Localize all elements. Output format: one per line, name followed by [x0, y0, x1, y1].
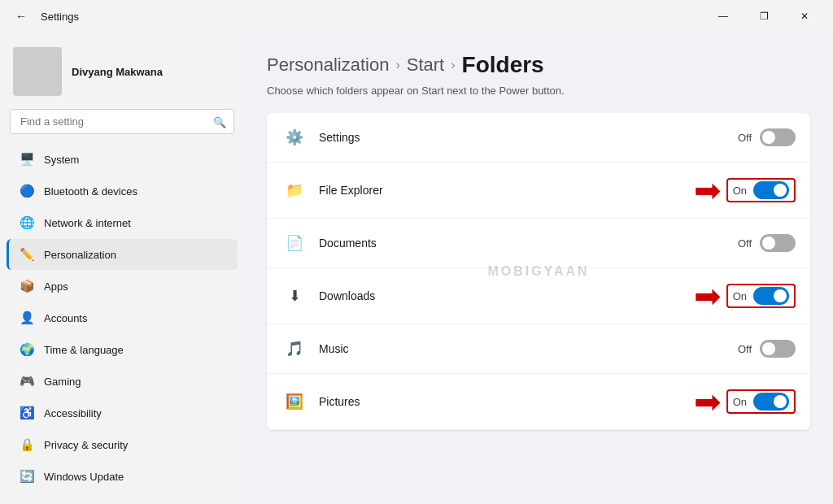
downloads-arrow: ➡: [694, 280, 722, 312]
downloads-highlight: ➡On: [694, 280, 796, 312]
sidebar-item-label-network: Network & internet: [44, 217, 131, 229]
search-box: 🔍: [10, 109, 234, 134]
sidebar-item-personalization[interactable]: ✏️Personalization: [7, 239, 238, 270]
downloads-toggle-box: On: [726, 284, 796, 308]
search-input[interactable]: [10, 109, 234, 134]
search-icon: 🔍: [213, 115, 226, 128]
title-bar: ← Settings — ❐ ✕: [0, 0, 833, 33]
breadcrumb-sep-2: ›: [451, 58, 455, 72]
pictures-label: Pictures: [319, 395, 694, 408]
back-button[interactable]: ←: [10, 5, 33, 28]
main-content: Personalization › Start › Folders Choose…: [244, 33, 833, 504]
music-toggle-section: Off: [738, 340, 796, 358]
sidebar-item-system[interactable]: 🖥️System: [7, 144, 238, 175]
sidebar-item-gaming[interactable]: 🎮Gaming: [7, 366, 238, 397]
music-toggle[interactable]: [760, 340, 796, 358]
gaming-icon: 🎮: [20, 374, 34, 389]
user-name: Divyang Makwana: [72, 66, 163, 78]
documents-toggle[interactable]: [760, 234, 796, 252]
folder-item-downloads: ⬇Downloads➡On: [267, 268, 810, 324]
sidebar-item-label-system: System: [44, 154, 79, 166]
pictures-arrow: ➡: [694, 385, 722, 418]
page-title: Folders: [462, 52, 544, 78]
sidebar-item-apps[interactable]: 📦Apps: [7, 271, 238, 302]
breadcrumb: Personalization › Start › Folders: [267, 52, 810, 78]
music-label: Music: [319, 342, 738, 355]
breadcrumb-sep-1: ›: [395, 58, 399, 72]
folder-item-music: 🎵MusicOff: [267, 324, 810, 374]
settings-label: Settings: [319, 131, 738, 144]
sidebar-item-label-gaming: Gaming: [44, 376, 81, 388]
folder-item-file-explorer: 📁File Explorer➡On: [267, 163, 810, 219]
sidebar-item-label-time: Time & language: [44, 344, 124, 356]
title-bar-left: ← Settings: [10, 5, 79, 28]
nav-list: 🖥️System🔵Bluetooth & devices🌐Network & i…: [0, 144, 244, 492]
file-explorer-toggle-box: On: [726, 178, 796, 202]
downloads-label: Downloads: [319, 289, 694, 302]
pictures-toggle[interactable]: [753, 393, 789, 411]
music-toggle-label: Off: [738, 343, 752, 355]
downloads-toggle-label: On: [733, 290, 747, 302]
file-explorer-toggle-label: On: [733, 185, 747, 197]
personalization-icon: ✏️: [20, 247, 34, 262]
file-explorer-arrow: ➡: [694, 174, 722, 206]
windows-update-icon: 🔄: [20, 469, 34, 484]
maximize-button[interactable]: ❐: [745, 3, 783, 29]
settings-toggle-section: Off: [738, 128, 796, 146]
documents-toggle-label: Off: [738, 237, 752, 250]
avatar: [13, 47, 62, 96]
folder-item-documents: 📄DocumentsOff: [267, 219, 810, 268]
system-icon: 🖥️: [20, 152, 34, 167]
documents-icon: 📄: [281, 230, 307, 256]
sidebar-item-label-privacy: Privacy & security: [44, 439, 128, 451]
downloads-icon: ⬇: [281, 283, 307, 309]
breadcrumb-start[interactable]: Start: [407, 54, 444, 76]
network-icon: 🌐: [20, 215, 34, 230]
settings-toggle-label: Off: [738, 132, 752, 144]
pictures-toggle-label: On: [733, 396, 747, 408]
accounts-icon: 👤: [20, 311, 34, 325]
folder-item-pictures: 🖼️Pictures➡On: [267, 374, 810, 430]
pictures-icon: 🖼️: [281, 389, 307, 415]
sidebar-item-accessibility[interactable]: ♿Accessibility: [7, 398, 238, 428]
sidebar-item-label-personalization: Personalization: [44, 249, 116, 261]
documents-toggle-section: Off: [738, 234, 796, 252]
documents-label: Documents: [319, 237, 738, 250]
downloads-toggle[interactable]: [753, 287, 789, 305]
pictures-highlight: ➡On: [694, 385, 796, 418]
close-button[interactable]: ✕: [786, 3, 823, 29]
sidebar-item-network[interactable]: 🌐Network & internet: [7, 207, 238, 238]
sidebar-item-label-accessibility: Accessibility: [44, 407, 102, 419]
accessibility-icon: ♿: [20, 406, 34, 420]
settings-toggle[interactable]: [760, 128, 796, 146]
sidebar-item-windows-update[interactable]: 🔄Windows Update: [7, 461, 238, 492]
music-icon: 🎵: [281, 336, 307, 362]
pictures-toggle-box: On: [726, 389, 796, 414]
minimize-button[interactable]: —: [704, 3, 742, 29]
apps-icon: 📦: [20, 279, 34, 293]
sidebar: Divyang Makwana 🔍 🖥️System🔵Bluetooth & d…: [0, 33, 244, 504]
sidebar-item-privacy[interactable]: 🔒Privacy & security: [7, 429, 238, 460]
app-title: Settings: [41, 11, 79, 23]
folder-item-settings: ⚙️SettingsOff: [267, 113, 810, 163]
privacy-icon: 🔒: [20, 437, 34, 452]
file-explorer-icon: 📁: [281, 177, 307, 203]
sidebar-item-bluetooth[interactable]: 🔵Bluetooth & devices: [7, 176, 238, 206]
breadcrumb-personalization[interactable]: Personalization: [267, 54, 389, 76]
sidebar-item-label-accounts: Accounts: [44, 312, 87, 324]
user-section: Divyang Makwana: [0, 39, 244, 109]
folders-list: ⚙️SettingsOff📁File Explorer➡On📄Documents…: [267, 113, 810, 430]
time-icon: 🌍: [20, 342, 34, 357]
bluetooth-icon: 🔵: [20, 184, 34, 198]
sidebar-item-accounts[interactable]: 👤Accounts: [7, 302, 238, 333]
page-description: Choose which folders appear on Start nex…: [267, 85, 810, 97]
sidebar-item-time[interactable]: 🌍Time & language: [7, 334, 238, 365]
sidebar-item-label-windows-update: Windows Update: [44, 471, 124, 483]
file-explorer-label: File Explorer: [319, 184, 694, 197]
file-explorer-highlight: ➡On: [694, 174, 796, 206]
window-controls: — ❐ ✕: [704, 3, 823, 29]
settings-icon: ⚙️: [281, 124, 307, 150]
sidebar-item-label-apps: Apps: [44, 280, 68, 293]
file-explorer-toggle[interactable]: [753, 181, 789, 199]
app-body: Divyang Makwana 🔍 🖥️System🔵Bluetooth & d…: [0, 33, 833, 504]
